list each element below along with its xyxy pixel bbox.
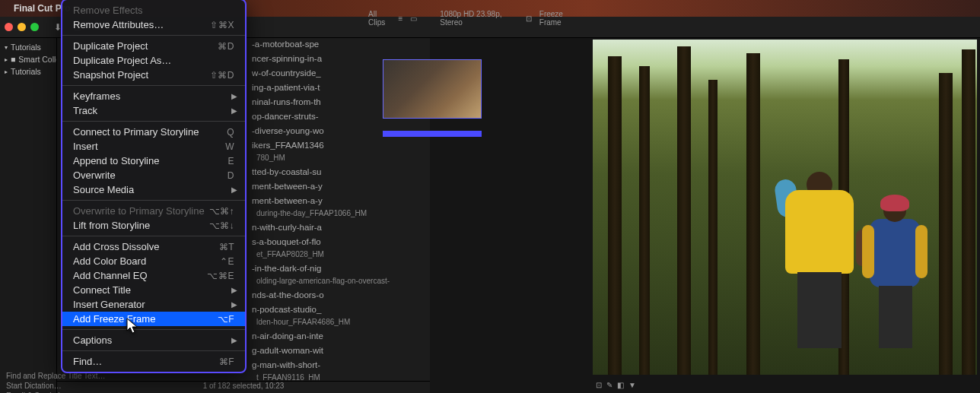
- color-icon[interactable]: ◧: [617, 381, 624, 389]
- library-sidebar: ▾Tutorials ▸■Smart Collection ▸Tutorials: [0, 38, 57, 393]
- menu-remove-attributes[interactable]: Remove Attributes…⇧⌘X: [62, 17, 245, 32]
- menu-lift-storyline[interactable]: Lift from Storyline⌥⌘↓: [62, 218, 245, 233]
- clip-filter-dropdown[interactable]: All Clips: [368, 10, 390, 27]
- menu-source-media[interactable]: Source Media▶: [62, 182, 245, 197]
- selected-clip-thumbnail[interactable]: [383, 59, 482, 119]
- clip-row[interactable]: -a-motorboat-spe: [247, 38, 430, 52]
- sidebar-library-item[interactable]: ▾Tutorials: [0, 41, 56, 53]
- clip-row[interactable]: g-man-with-short-: [247, 359, 430, 373]
- menu-keyframes[interactable]: Keyframes▶: [62, 89, 245, 103]
- menu-overwrite-primary: Overwrite to Primary Storyline⌥⌘↑: [62, 204, 245, 218]
- close-window-button[interactable]: [5, 23, 13, 31]
- menu-duplicate-project-as[interactable]: Duplicate Project As…: [62, 53, 245, 68]
- menu-find[interactable]: Find…⌘F: [62, 354, 245, 369]
- menu-insert[interactable]: InsertW: [62, 139, 245, 154]
- menu-connect-title[interactable]: Connect Title▶: [62, 283, 245, 297]
- menu-add-channel-eq[interactable]: Add Channel EQ⌥⌘E: [62, 268, 245, 283]
- transform-icon[interactable]: ✎: [606, 381, 612, 389]
- sidebar-event-item[interactable]: ▸Tutorials: [0, 65, 56, 78]
- format-info: 1080p HD 23.98p, Stereo: [440, 10, 510, 27]
- zoom-window-button[interactable]: [30, 23, 39, 31]
- sidebar-smart-collection[interactable]: ▸■Smart Collection: [0, 53, 56, 65]
- person-yellow-hoodie: [785, 166, 854, 348]
- edit-context-menu: Remove Effects Remove Attributes…⇧⌘X Dup…: [61, 0, 247, 373]
- clip-row[interactable]: n-podcast-studio_: [247, 303, 430, 318]
- clip-row[interactable]: n-air-doing-an-inte: [247, 330, 430, 344]
- clip-sub-label: t_FFAAN9116_HM: [247, 373, 430, 381]
- clip-filter-icon[interactable]: ≡: [398, 14, 402, 23]
- menu-add-color-board[interactable]: Add Color Board⌃E: [62, 254, 245, 268]
- menu-captions[interactable]: Captions▶: [62, 333, 245, 347]
- menu-duplicate-project[interactable]: Duplicate Project⌘D: [62, 39, 245, 53]
- menu-start-dictation[interactable]: Start Dictation…: [6, 382, 62, 391]
- window-traffic-lights: [5, 23, 39, 31]
- menu-insert-generator[interactable]: Insert Generator▶: [62, 297, 245, 312]
- viewer-panel: ⊡ ✎ ◧ ▼: [590, 38, 980, 393]
- clip-sub-label: 780_HM: [247, 154, 430, 166]
- menu-snapshot-project[interactable]: Snapshot Project⇧⌘D: [62, 68, 245, 82]
- menu-connect-primary[interactable]: Connect to Primary StorylineQ: [62, 125, 245, 139]
- clip-sub-label: during-the-day_FFAAP1066_HM: [247, 209, 430, 221]
- clip-row[interactable]: s-a-bouquet-of-flo: [247, 236, 430, 250]
- menu-add-freeze-frame[interactable]: Add Freeze Frame⌥F: [62, 312, 245, 326]
- person-blue-vest: [870, 196, 923, 348]
- minimize-window-button[interactable]: [18, 23, 26, 31]
- clip-view-icon[interactable]: ▭: [410, 14, 417, 23]
- clip-row[interactable]: ikers_FFAAM1346: [247, 139, 430, 154]
- clip-row[interactable]: tted-by-coastal-su: [247, 166, 430, 180]
- viewer-title: Freeze Frame: [539, 10, 578, 27]
- clip-row[interactable]: -in-the-dark-of-nig: [247, 262, 430, 277]
- menu-overwrite[interactable]: OverwriteD: [62, 168, 245, 182]
- crop-icon[interactable]: ⊡: [596, 381, 602, 389]
- menu-overflow-peek: Find and Replace Title Text… Start Dicta…: [0, 370, 243, 393]
- menu-add-cross-dissolve[interactable]: Add Cross Dissolve⌘T: [62, 239, 245, 254]
- viewer-image: [593, 40, 977, 375]
- viewer-canvas[interactable]: [593, 40, 977, 375]
- clip-row[interactable]: g-adult-woman-wit: [247, 344, 430, 359]
- menu-remove-effects: Remove Effects: [62, 3, 245, 17]
- viewer-transform-controls: ⊡ ✎ ◧ ▼: [590, 376, 980, 393]
- selected-clip-range-bar[interactable]: [383, 131, 482, 137]
- menu-track[interactable]: Track▶: [62, 103, 245, 118]
- clip-sub-label: olding-large-american-flag-on-overcast-: [247, 277, 430, 289]
- viewer-header-row: All Clips ≡ ▭ 1080p HD 23.98p, Stereo ⊡ …: [362, 12, 584, 24]
- viewer-fit-icon[interactable]: ⊡: [526, 14, 532, 23]
- dropdown-icon[interactable]: ▼: [628, 381, 636, 389]
- clip-row[interactable]: n-with-curly-hair-a: [247, 221, 430, 236]
- clip-row[interactable]: ment-between-a-y: [247, 195, 430, 209]
- clip-sub-label: et_FFAAP8028_HM: [247, 250, 430, 262]
- clip-row[interactable]: ment-between-a-y: [247, 180, 430, 195]
- clip-row[interactable]: nds-at-the-doors-o: [247, 289, 430, 303]
- clip-sub-label: lden-hour_FFAAR4686_HM: [247, 318, 430, 330]
- menu-append-storyline[interactable]: Append to StorylineE: [62, 154, 245, 168]
